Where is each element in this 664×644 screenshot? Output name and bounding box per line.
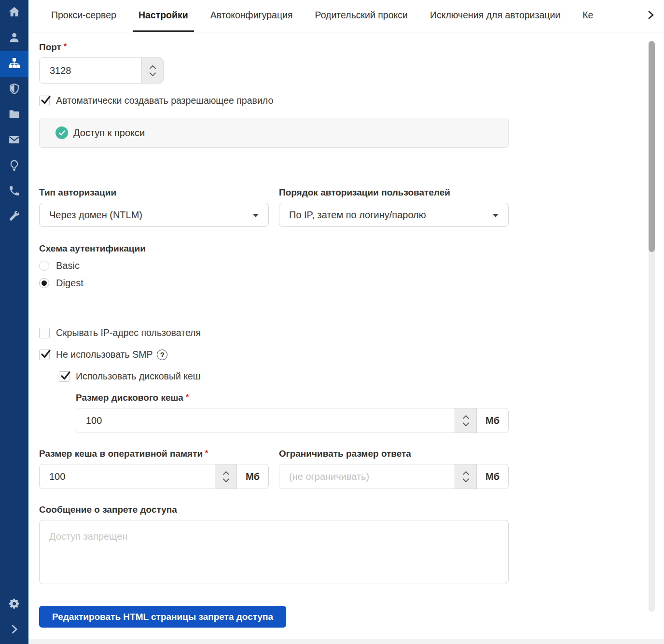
tab-autoconfig[interactable]: Автоконфигурация — [205, 0, 299, 32]
no-smp-checkbox-row[interactable]: Не использовать SMP — [39, 349, 664, 360]
disk-cache-label: Использовать дисковый кеш — [76, 371, 200, 382]
sidebar-item-network[interactable] — [0, 51, 28, 77]
response-limit-stepper — [455, 464, 476, 489]
stepper-up-icon[interactable] — [463, 415, 469, 419]
disk-cache-size-label: Размер дискового кеша — [76, 392, 664, 403]
sidebar-item-files[interactable] — [0, 102, 28, 128]
tab-proxy-server[interactable]: Прокси-сервер — [45, 0, 122, 32]
auth-order-value: По IP, затем по логину/паролю — [289, 210, 426, 221]
stepper-down-icon[interactable] — [463, 478, 469, 482]
ram-cache-size-input[interactable] — [40, 464, 215, 489]
stepper-up-icon[interactable] — [463, 471, 469, 475]
disk-cache-checkbox[interactable] — [59, 371, 69, 382]
tab-parent-proxy[interactable]: Родительский прокси — [309, 0, 414, 32]
mail-icon — [8, 134, 20, 148]
edit-html-button[interactable]: Редактировать HTML страницы запрета дост… — [39, 606, 286, 628]
radio-digest-label: Digest — [56, 278, 83, 289]
sidebar-item-users[interactable] — [0, 26, 28, 51]
vertical-scrollbar-thumb[interactable] — [649, 41, 655, 252]
auth-type-label: Тип авторизации — [39, 187, 269, 198]
cache-limits-row: Размер кеша в оперативной памяти Мб Огра… — [39, 448, 509, 489]
response-limit-field: Мб — [279, 464, 509, 489]
hide-ip-label: Скрывать IP-адрес пользователя — [56, 327, 201, 338]
disk-cache-checkbox-row[interactable]: Использовать дисковый кеш — [59, 371, 664, 382]
app-window: Прокси-сервер Настройки Автоконфигурация… — [0, 0, 664, 644]
gear-icon — [8, 598, 20, 612]
tab-settings[interactable]: Настройки — [133, 0, 194, 32]
sidebar-item-telephony[interactable] — [0, 179, 28, 205]
disk-cache-size-unit: Мб — [476, 408, 508, 433]
port-stepper — [141, 58, 163, 83]
tab-caching-truncated[interactable]: Ке — [577, 0, 599, 32]
no-smp-label: Не использовать SMP — [56, 349, 152, 360]
tab-bar: Прокси-сервер Настройки Автоконфигурация… — [28, 0, 664, 32]
footer-strip — [28, 639, 664, 644]
caret-down-icon — [493, 214, 498, 217]
sidebar-item-settings[interactable] — [0, 592, 28, 617]
chevron-right-icon — [8, 623, 20, 637]
sidebar-item-security[interactable] — [0, 77, 28, 102]
disk-cache-size-group: Размер дискового кеша Мб — [76, 392, 664, 433]
auth-scheme-label: Схема аутентификации — [39, 243, 664, 254]
auto-rule-checkbox-row[interactable]: Автоматически создавать разрешающее прав… — [39, 95, 664, 106]
tabs: Прокси-сервер Настройки Автоконфигурация… — [45, 0, 599, 32]
sidebar-collapse-toggle[interactable] — [0, 617, 28, 643]
radio-digest-row[interactable]: Digest — [39, 278, 664, 289]
radio-basic-label: Basic — [56, 260, 80, 271]
check-circle-icon — [55, 126, 68, 139]
stepper-down-icon[interactable] — [463, 422, 469, 426]
sidebar-item-mail[interactable] — [0, 128, 28, 154]
no-smp-checkbox[interactable] — [39, 350, 50, 360]
auth-order-label: Порядок авторизации пользователей — [279, 187, 509, 198]
auth-type-value: Через домен (NTLM) — [49, 210, 142, 221]
hide-ip-checkbox[interactable] — [39, 328, 50, 338]
home-icon — [8, 6, 20, 20]
network-icon — [8, 57, 20, 71]
stepper-up-icon[interactable] — [150, 65, 156, 69]
deny-message-textarea[interactable] — [39, 520, 509, 584]
auto-rule-checkbox[interactable] — [39, 96, 50, 106]
port-input[interactable] — [40, 58, 141, 83]
auth-type-select[interactable]: Через домен (NTLM) — [39, 203, 269, 227]
question-circle-icon[interactable] — [157, 350, 167, 360]
sidebar-item-services[interactable] — [0, 205, 28, 230]
ram-cache-size-stepper — [215, 464, 236, 489]
sidebar-item-monitoring[interactable] — [0, 154, 28, 179]
auto-rule-label: Автоматически создавать разрешающее прав… — [56, 95, 273, 106]
radio-basic[interactable] — [39, 261, 49, 271]
disk-cache-size-input[interactable] — [76, 408, 455, 433]
radio-basic-row[interactable]: Basic — [39, 260, 664, 271]
disk-cache-size-stepper — [455, 408, 476, 433]
response-limit-unit: Мб — [476, 464, 508, 489]
ram-cache-size-label: Размер кеша в оперативной памяти — [39, 448, 269, 459]
deny-message-label: Сообщение о запрете доступа — [39, 504, 664, 515]
disk-cache-size-field: Мб — [76, 408, 509, 433]
proxy-access-rule[interactable]: Доступ к прокси — [39, 118, 509, 148]
port-field — [39, 57, 164, 84]
ram-cache-size-field: Мб — [39, 464, 269, 489]
chevron-right-icon — [645, 9, 656, 23]
port-label: Порт — [39, 42, 664, 53]
hide-ip-checkbox-row[interactable]: Скрывать IP-адрес пользователя — [39, 327, 664, 338]
phone-icon — [8, 185, 20, 199]
settings-form: Порт Автоматически создавать разрешающее… — [28, 32, 664, 644]
proxy-access-label: Доступ к прокси — [73, 127, 145, 139]
auth-order-select[interactable]: По IP, затем по логину/паролю — [279, 203, 509, 227]
radio-digest[interactable] — [39, 278, 49, 288]
auth-row: Тип авторизации Через домен (NTLM) Поряд… — [39, 187, 509, 227]
ram-cache-size-unit: Мб — [236, 464, 268, 489]
vertical-scrollbar-track[interactable] — [649, 41, 655, 612]
user-icon — [8, 31, 20, 45]
stepper-down-icon[interactable] — [223, 478, 229, 482]
response-limit-label: Ограничивать размер ответа — [279, 448, 509, 459]
response-limit-input[interactable] — [279, 464, 455, 489]
tabs-overflow-button[interactable] — [642, 0, 659, 32]
wrench-icon — [8, 210, 20, 224]
stepper-down-icon[interactable] — [150, 72, 156, 76]
sidebar-item-home[interactable] — [0, 0, 28, 26]
lightbulb-icon — [8, 159, 20, 173]
stepper-up-icon[interactable] — [223, 471, 229, 475]
main-area: Прокси-сервер Настройки Автоконфигурация… — [28, 0, 664, 644]
tab-auth-exceptions[interactable]: Исключения для авторизации — [424, 0, 566, 32]
sidebar-footer — [0, 592, 28, 644]
